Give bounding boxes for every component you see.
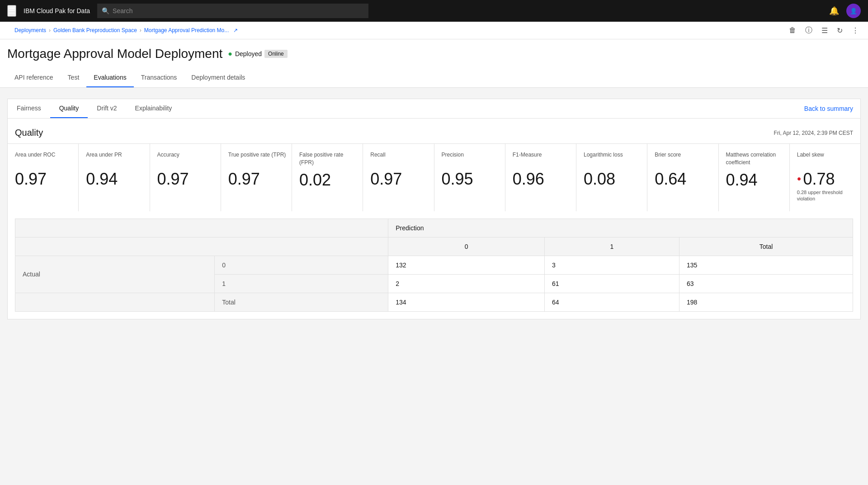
metric-precision: Precision 0.95: [434, 144, 505, 211]
quality-title: Quality: [15, 128, 43, 138]
page-title: Mortgage Approval Model Deployment: [7, 47, 222, 61]
breadcrumb-deployments[interactable]: Deployments: [14, 27, 46, 33]
subtab-quality[interactable]: Quality: [50, 99, 88, 118]
search-container: 🔍: [97, 4, 368, 18]
cm-r0c1: 3: [544, 256, 679, 274]
metric-label-log-loss: Logarithmic loss: [584, 151, 642, 166]
metric-label-fpr: False positive rate (FPR): [299, 151, 357, 166]
notification-icon[interactable]: 🔔: [829, 6, 839, 16]
info-icon[interactable]: ⓘ: [803, 24, 814, 37]
metric-tpr: True positive rate (TPR) 0.97: [221, 144, 292, 211]
quality-header: Quality Fri, Apr 12, 2024, 2:39 PM CEST: [8, 119, 860, 143]
metric-value-area-pr: 0.94: [86, 171, 144, 187]
sub-tabs: Fairness Quality Drift v2 Explainability…: [8, 99, 860, 119]
metric-fpr: False positive rate (FPR) 0.02: [292, 144, 363, 211]
content-area: Fairness Quality Drift v2 Explainability…: [0, 88, 868, 482]
cm-col1-header: 1: [544, 237, 679, 256]
tab-deployment-details[interactable]: Deployment details: [184, 68, 252, 87]
search-icon: 🔍: [102, 7, 109, 14]
page-header: Mortgage Approval Model Deployment ● Dep…: [0, 39, 868, 88]
cm-totalc0: 134: [388, 293, 545, 311]
status-label: Deployed: [235, 50, 262, 57]
metric-value-tpr: 0.97: [228, 171, 286, 187]
metric-value-area-roc: 0.97: [15, 171, 73, 187]
quality-card: Fairness Quality Drift v2 Explainability…: [7, 99, 861, 319]
metric-label-recall: Recall: [370, 151, 428, 166]
cm-r1total: 63: [679, 274, 853, 293]
refresh-icon[interactable]: ↻: [835, 24, 844, 37]
cm-row0-label: 0: [215, 256, 388, 274]
breadcrumb-model[interactable]: Mortgage Approval Prediction Mo...: [144, 27, 229, 33]
metric-label-skew: Label skew ● 0.78 0.28 upper threshold v…: [790, 144, 860, 211]
cm-empty-cell-2: [15, 237, 388, 256]
cm-coltotal-header: Total: [679, 237, 853, 256]
delete-icon[interactable]: 🗑: [787, 24, 798, 36]
cm-prediction-header: Prediction: [388, 219, 853, 237]
cm-row-0: Actual 0 132 3 135: [15, 256, 853, 274]
cm-col0-header: 0: [388, 237, 545, 256]
confusion-matrix-wrapper: Prediction 0 1 Total Actual 0 132 3: [8, 211, 860, 319]
back-to-summary-link[interactable]: Back to summary: [804, 105, 860, 112]
cm-r1c0: 2: [388, 274, 545, 293]
top-nav: ☰ IBM Cloud Pak for Data 🔍 🔔 👤: [0, 0, 868, 22]
metric-value-brier: 0.64: [655, 171, 712, 187]
violation-row: ● 0.78: [797, 171, 855, 187]
metric-area-pr: Area under PR 0.94: [79, 144, 150, 211]
nav-right-icons: 🔔 👤: [829, 4, 861, 18]
cm-totaltotal: 198: [679, 293, 853, 311]
settings-icon[interactable]: ☰: [820, 24, 830, 37]
metric-label-precision: Precision: [442, 151, 500, 166]
metric-label-matthews: Matthews correlation coefficient: [726, 151, 784, 166]
status-deployed: ● Deployed Online: [228, 50, 288, 58]
overflow-icon[interactable]: ⋮: [850, 24, 861, 37]
cm-empty-label: [15, 293, 215, 311]
metric-label-accuracy: Accuracy: [157, 151, 215, 166]
tab-transactions[interactable]: Transactions: [134, 68, 184, 87]
metric-log-loss: Logarithmic loss 0.08: [576, 144, 647, 211]
metric-value-f1: 0.96: [513, 171, 571, 187]
subtab-drift[interactable]: Drift v2: [88, 99, 126, 118]
metric-value-accuracy: 0.97: [157, 171, 215, 187]
metric-label-tpr: True positive rate (TPR): [228, 151, 286, 166]
quality-timestamp: Fri, Apr 12, 2024, 2:39 PM CEST: [774, 130, 853, 136]
violation-text: 0.28 upper threshold violation: [797, 189, 855, 202]
tab-test[interactable]: Test: [61, 68, 87, 87]
metric-label-area-pr: Area under PR: [86, 151, 144, 166]
violation-icon: ●: [797, 175, 802, 183]
cm-actual-label: Actual: [15, 256, 215, 293]
cm-empty-cell: [15, 219, 388, 237]
tab-api-reference[interactable]: API reference: [7, 68, 61, 87]
metric-label-area-roc: Area under ROC: [15, 151, 73, 166]
subtab-explainability[interactable]: Explainability: [126, 99, 181, 118]
toolbar-icons: 🗑 ⓘ ☰ ↻ ⋮: [787, 24, 861, 37]
metric-accuracy: Accuracy 0.97: [150, 144, 221, 211]
cm-row-total: Total 134 64 198: [15, 293, 853, 311]
hamburger-menu-icon[interactable]: ☰: [7, 5, 16, 17]
cm-r0c0: 132: [388, 256, 545, 274]
metric-f1: F1-Measure 0.96: [505, 144, 576, 211]
subtab-fairness[interactable]: Fairness: [8, 99, 50, 118]
cm-row1-label: 1: [215, 274, 388, 293]
cm-rowtotal-label: Total: [215, 293, 388, 311]
metric-label-brier: Brier score: [655, 151, 712, 166]
search-input[interactable]: [97, 4, 368, 18]
brand-name: IBM Cloud Pak for Data: [24, 7, 90, 14]
metric-recall: Recall 0.97: [363, 144, 434, 211]
cm-totalc1: 64: [544, 293, 679, 311]
breadcrumb-space[interactable]: Golden Bank Preproduction Space: [53, 27, 137, 33]
main-tabs: API reference Test Evaluations Transacti…: [7, 68, 861, 87]
cm-r0total: 135: [679, 256, 853, 274]
cm-r1c1: 61: [544, 274, 679, 293]
breadcrumb: Deployments › Golden Bank Preproduction …: [7, 22, 787, 39]
online-badge: Online: [264, 50, 288, 58]
metric-value-log-loss: 0.08: [584, 171, 642, 187]
metric-value-matthews: 0.94: [726, 172, 784, 188]
avatar[interactable]: 👤: [846, 4, 861, 18]
metric-area-roc: Area under ROC 0.97: [8, 144, 79, 211]
breadcrumb-sep-1: ›: [49, 27, 51, 33]
metric-label-label-skew: Label skew: [797, 151, 855, 166]
metrics-grid: Area under ROC 0.97 Area under PR 0.94 A…: [8, 143, 860, 211]
metric-label-f1: F1-Measure: [513, 151, 571, 166]
tab-evaluations[interactable]: Evaluations: [86, 68, 133, 87]
metric-value-label-skew: 0.78: [803, 171, 835, 187]
